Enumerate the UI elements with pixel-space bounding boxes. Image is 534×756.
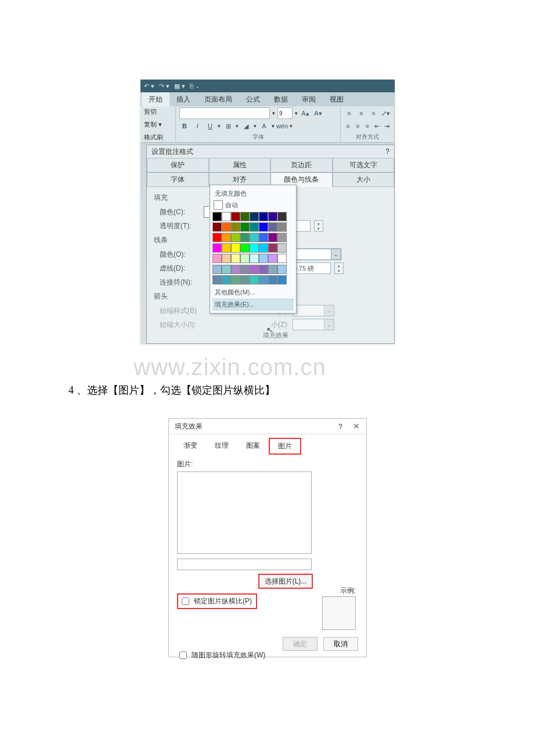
color-swatch[interactable]	[212, 275, 222, 285]
tab-font[interactable]: 字体	[147, 172, 209, 187]
indent-inc-icon[interactable]: ⇥	[383, 121, 391, 131]
lock-ratio-checkbox[interactable]	[182, 597, 189, 605]
color-swatch[interactable]	[240, 275, 250, 285]
color-swatch[interactable]	[277, 212, 287, 221]
fill-effects-option[interactable]: 填充效果(E)...	[212, 298, 294, 311]
cancel-button[interactable]: 取消	[323, 637, 358, 651]
color-swatch[interactable]	[250, 265, 259, 274]
more-colors-option[interactable]: 其他颜色(M)...	[212, 286, 294, 298]
color-swatch[interactable]	[222, 212, 231, 221]
color-swatch[interactable]	[212, 233, 222, 242]
cut-button[interactable]: 剪切	[144, 107, 172, 116]
grow-font-icon[interactable]: A▴	[300, 108, 311, 118]
underline-button[interactable]: U	[205, 121, 215, 131]
color-swatch[interactable]	[277, 265, 287, 274]
tab-layout[interactable]: 页面布局	[197, 92, 239, 107]
color-swatch[interactable]	[277, 243, 287, 253]
color-swatch[interactable]	[222, 233, 231, 242]
color-swatch[interactable]	[250, 233, 259, 242]
help-icon[interactable]: ?	[385, 147, 389, 156]
color-swatch[interactable]	[222, 254, 231, 263]
tab-texture[interactable]: 纹理	[206, 438, 237, 455]
border-icon[interactable]: ⊞	[223, 121, 233, 131]
shrink-font-icon[interactable]: A▾	[313, 108, 323, 118]
color-swatch[interactable]	[240, 222, 250, 232]
tab-insert[interactable]: 插入	[169, 92, 197, 107]
color-swatch[interactable]	[268, 233, 277, 242]
close-icon[interactable]: ✕	[352, 422, 360, 430]
align-bottom-icon[interactable]: ≡	[369, 108, 378, 118]
align-left-icon[interactable]: ≡	[344, 121, 352, 131]
font-name-dropdown[interactable]	[179, 107, 270, 119]
tab-view[interactable]: 视图	[323, 92, 351, 107]
color-swatch[interactable]	[212, 265, 222, 274]
tab-review[interactable]: 审阅	[295, 92, 323, 107]
indent-dec-icon[interactable]: ⇤	[373, 121, 381, 131]
color-swatch[interactable]	[212, 212, 222, 221]
tab-gradient[interactable]: 渐变	[175, 438, 206, 455]
tab-margins[interactable]: 页边距	[270, 158, 333, 172]
copy-button[interactable]: 复制 ▾	[144, 120, 172, 128]
weight-spinner[interactable]: ▴▾	[334, 262, 344, 274]
color-swatch[interactable]	[231, 265, 240, 274]
tab-size[interactable]: 大小	[333, 172, 395, 187]
help-icon[interactable]: ?	[338, 423, 342, 431]
color-swatch[interactable]	[250, 243, 259, 253]
color-swatch[interactable]	[250, 212, 259, 221]
color-swatch[interactable]	[231, 233, 240, 242]
color-swatch[interactable]	[212, 222, 222, 232]
color-swatch[interactable]	[231, 222, 240, 232]
color-swatch[interactable]	[259, 275, 268, 285]
format-painter-button[interactable]: 格式刷	[144, 133, 172, 141]
ok-button[interactable]: 确定	[283, 637, 317, 651]
orientation-icon[interactable]: ⤢▾	[381, 108, 391, 118]
color-swatch[interactable]	[259, 243, 268, 253]
color-swatch[interactable]	[250, 254, 259, 263]
color-swatch[interactable]	[259, 233, 268, 242]
color-swatch[interactable]	[212, 243, 222, 253]
italic-button[interactable]: I	[192, 121, 203, 131]
redo-icon[interactable]: ↷ ▾	[159, 82, 169, 90]
color-swatch[interactable]	[277, 233, 287, 242]
color-swatch[interactable]	[250, 222, 259, 232]
color-swatch[interactable]	[268, 212, 277, 221]
color-swatch[interactable]	[231, 243, 240, 253]
color-swatch[interactable]	[222, 275, 231, 285]
bold-button[interactable]: B	[179, 121, 190, 131]
align-center-icon[interactable]: ≡	[354, 121, 362, 131]
color-swatch[interactable]	[240, 243, 250, 253]
weight-value[interactable]: 0.75 磅	[291, 262, 331, 274]
no-fill-option[interactable]: 无填充颜色	[212, 188, 294, 200]
qat-icon2[interactable]: ⎘ ▾	[190, 82, 200, 89]
color-swatch[interactable]	[231, 275, 240, 285]
font-size-dropdown[interactable]: 9	[277, 107, 293, 119]
color-swatch[interactable]	[259, 265, 268, 274]
tab-picture[interactable]: 图片	[269, 438, 301, 455]
tab-protect[interactable]: 保护	[147, 158, 209, 172]
select-picture-button[interactable]: 选择图片(L)...	[258, 574, 313, 589]
color-swatch[interactable]	[277, 222, 287, 232]
color-swatch[interactable]	[240, 212, 250, 221]
fill-color-icon[interactable]: ◢	[241, 121, 251, 131]
align-top-icon[interactable]: ≡	[344, 108, 354, 118]
color-swatch[interactable]	[259, 222, 268, 232]
line-style-dropdown[interactable]: ⌄	[294, 249, 341, 260]
align-right-icon[interactable]: ≡	[364, 121, 371, 131]
color-swatch[interactable]	[240, 265, 250, 274]
color-swatch[interactable]	[268, 265, 277, 274]
tab-pattern[interactable]: 图案	[237, 438, 269, 455]
color-swatch[interactable]	[222, 243, 231, 253]
align-middle-icon[interactable]: ≡	[356, 108, 366, 118]
color-swatch[interactable]	[222, 265, 231, 274]
color-swatch[interactable]	[277, 275, 287, 285]
font-color-icon[interactable]: A	[259, 121, 269, 131]
phonetic-icon[interactable]: wén	[277, 121, 287, 131]
color-swatch[interactable]	[231, 212, 240, 221]
chevron-down-icon[interactable]: ⌄	[331, 249, 341, 260]
color-swatch[interactable]	[259, 212, 268, 221]
color-swatch[interactable]	[268, 243, 277, 253]
tab-data[interactable]: 数据	[267, 92, 295, 107]
color-swatch[interactable]	[240, 233, 250, 242]
color-swatch[interactable]	[277, 254, 287, 263]
color-swatch[interactable]	[268, 254, 277, 263]
